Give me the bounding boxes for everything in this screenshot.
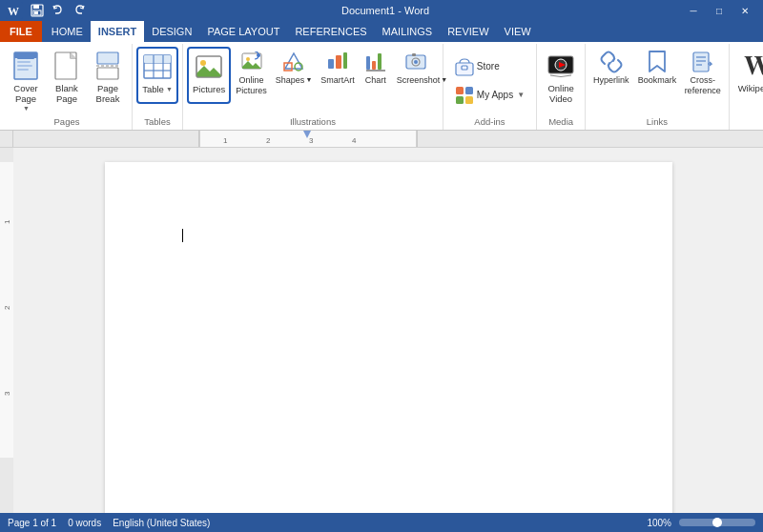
menu-design[interactable]: DESIGN bbox=[144, 21, 199, 42]
svg-rect-51 bbox=[456, 96, 464, 104]
ribbon-group-pages-label: Pages bbox=[6, 114, 128, 130]
svg-text:2: 2 bbox=[3, 305, 11, 310]
my-apps-label: My Apps bbox=[477, 90, 513, 100]
ribbon-group-wikipedia-label bbox=[733, 125, 763, 130]
menu-insert[interactable]: INSERT bbox=[91, 21, 144, 42]
shapes-button[interactable]: Shapes▼ bbox=[272, 47, 316, 104]
ribbon-group-pages: CoverPage ▼ BlankPage PageBreak Pages bbox=[4, 44, 133, 130]
language: English (United States) bbox=[113, 518, 210, 528]
page bbox=[105, 162, 672, 513]
ribbon-group-media-label: Media bbox=[541, 114, 581, 130]
screenshot-button[interactable]: Screenshot▼ bbox=[393, 47, 439, 104]
svg-rect-39 bbox=[366, 56, 370, 70]
menu-view[interactable]: VIEW bbox=[497, 21, 539, 42]
svg-text:2: 2 bbox=[266, 136, 271, 145]
minimize-button[interactable]: ─ bbox=[681, 2, 706, 19]
svg-rect-14 bbox=[97, 52, 118, 64]
svg-point-26 bbox=[200, 60, 206, 66]
save-button[interactable] bbox=[27, 1, 48, 20]
svg-text:1: 1 bbox=[223, 136, 228, 145]
svg-marker-33 bbox=[285, 53, 302, 69]
svg-rect-46 bbox=[412, 53, 416, 56]
svg-rect-10 bbox=[17, 69, 29, 71]
menu-references[interactable]: REFERENCES bbox=[287, 21, 374, 42]
hyperlink-button[interactable]: Hyperlink bbox=[589, 47, 633, 104]
svg-rect-22 bbox=[144, 55, 171, 63]
svg-text:3: 3 bbox=[309, 136, 314, 145]
ribbon-group-addins-label: Add-ins bbox=[449, 114, 530, 130]
svg-rect-50 bbox=[465, 87, 473, 94]
title: Document1 - Word bbox=[90, 5, 681, 16]
close-button[interactable]: ✕ bbox=[732, 2, 757, 19]
blank-page-button[interactable]: BlankPage bbox=[47, 47, 87, 108]
menu-file[interactable]: FILE bbox=[0, 21, 42, 42]
ribbon-group-links: Hyperlink Bookmark bbox=[586, 44, 730, 130]
ribbon-group-tables-label: Tables bbox=[136, 114, 178, 130]
svg-marker-57 bbox=[650, 51, 665, 72]
ribbon-group-illustrations: Pictures OnlinePictures bbox=[183, 44, 443, 130]
my-apps-button[interactable]: My Apps ▼ bbox=[449, 83, 530, 108]
pictures-button[interactable]: Pictures bbox=[187, 47, 231, 104]
svg-point-45 bbox=[414, 60, 418, 64]
window-controls: ─ □ ✕ bbox=[681, 2, 757, 19]
svg-rect-36 bbox=[328, 59, 334, 69]
ribbon-group-addins: Store My Apps ▼ Add-ins bbox=[443, 44, 537, 130]
menu-mailings[interactable]: MAILINGS bbox=[375, 21, 441, 42]
zoom-slider[interactable] bbox=[679, 519, 755, 526]
store-button[interactable]: Store bbox=[449, 54, 530, 79]
svg-rect-49 bbox=[456, 87, 464, 94]
svg-text:4: 4 bbox=[352, 136, 357, 145]
word-count: 0 words bbox=[68, 518, 101, 528]
svg-text:1: 1 bbox=[3, 219, 11, 224]
menu-page-layout[interactable]: PAGE LAYOUT bbox=[199, 21, 287, 42]
maximize-button[interactable]: □ bbox=[707, 2, 732, 19]
svg-rect-41 bbox=[378, 53, 382, 70]
svg-point-32 bbox=[257, 53, 260, 57]
svg-rect-8 bbox=[17, 61, 31, 63]
cross-reference-button[interactable]: Cross-reference bbox=[681, 47, 725, 104]
svg-rect-9 bbox=[17, 65, 32, 67]
cursor bbox=[182, 229, 183, 242]
svg-rect-11 bbox=[14, 52, 37, 58]
bookmark-button[interactable]: Bookmark bbox=[634, 47, 680, 104]
svg-rect-58 bbox=[693, 52, 709, 72]
online-pictures-button[interactable]: OnlinePictures bbox=[232, 47, 271, 104]
svg-rect-37 bbox=[336, 55, 341, 69]
svg-point-30 bbox=[246, 57, 250, 61]
redo-button[interactable] bbox=[69, 1, 90, 20]
menu-review[interactable]: REVIEW bbox=[440, 21, 496, 42]
online-video-button[interactable]: OnlineVideo bbox=[541, 47, 581, 108]
svg-rect-15 bbox=[97, 68, 118, 79]
ribbon-group-illustrations-label: Illustrations bbox=[187, 114, 439, 130]
store-label: Store bbox=[477, 61, 500, 72]
status-bar: Page 1 of 1 0 words English (United Stat… bbox=[0, 513, 763, 532]
ribbon-group-wikipedia: 𝐖 Wikipedia bbox=[730, 44, 763, 130]
menu-home[interactable]: HOME bbox=[44, 21, 91, 42]
svg-line-56 bbox=[608, 58, 615, 66]
zoom-level: 100% bbox=[647, 518, 671, 528]
svg-rect-52 bbox=[465, 96, 473, 104]
svg-rect-38 bbox=[343, 52, 347, 69]
svg-text:W: W bbox=[8, 5, 19, 18]
undo-button[interactable] bbox=[48, 1, 69, 20]
page-count: Page 1 of 1 bbox=[8, 518, 56, 528]
svg-rect-40 bbox=[372, 61, 376, 70]
svg-rect-5 bbox=[34, 11, 38, 14]
ribbon-group-media: OnlineVideo Media bbox=[537, 44, 586, 130]
svg-text:3: 3 bbox=[3, 391, 11, 396]
table-button[interactable]: Table ▼ bbox=[136, 47, 178, 104]
word-icon: W bbox=[6, 2, 23, 19]
cover-page-button[interactable]: CoverPage ▼ bbox=[6, 47, 46, 114]
ribbon-group-tables: Table ▼ Tables bbox=[133, 44, 183, 130]
ribbon-group-links-label: Links bbox=[589, 114, 725, 130]
wikipedia-button[interactable]: 𝐖 Wikipedia bbox=[733, 47, 763, 104]
smartart-button[interactable]: SmartArt bbox=[317, 47, 359, 104]
document-area[interactable] bbox=[13, 148, 763, 513]
page-break-button[interactable]: PageBreak bbox=[88, 47, 128, 108]
svg-rect-3 bbox=[33, 5, 39, 9]
chart-button[interactable]: Chart bbox=[360, 47, 392, 104]
